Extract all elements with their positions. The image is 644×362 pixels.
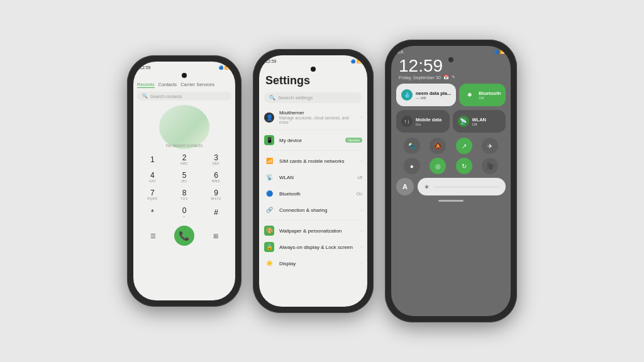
key-hash[interactable]: #	[201, 204, 231, 221]
user-avatar[interactable]: A	[396, 178, 414, 195]
home-indicator[interactable]	[438, 200, 464, 202]
divider	[264, 220, 362, 221]
mydevice-icon: 📱	[264, 135, 274, 145]
bt-icon-s: 🔵	[351, 59, 355, 63]
settings-item-connection[interactable]: 🔗 Connection & sharing ›	[259, 202, 367, 218]
key-8[interactable]: 8 TUV	[169, 187, 200, 203]
settings-item-mydevice[interactable]: 📱 My device Update	[259, 132, 367, 148]
rotate-icon[interactable]: ↻	[456, 158, 472, 174]
chevron-icon: ›	[360, 228, 362, 234]
wlan-tile[interactable]: 📡 WLAN Off	[453, 110, 506, 133]
flower-background	[159, 105, 209, 149]
small-icons-row2: ● ◎ ↻ 🎥	[391, 155, 511, 175]
status-time-settings: 12:59	[265, 59, 277, 63]
bluetooth-tile-text: Bluetooth Off	[479, 90, 501, 100]
bluetooth-value: On	[357, 192, 362, 196]
dialpad-icon[interactable]: ⊞	[210, 230, 221, 241]
camera-icon[interactable]: 🎥	[482, 158, 498, 174]
settings-search-bar[interactable]: 🔍 Search settings	[264, 92, 362, 103]
chevron-icon: ›	[360, 158, 362, 164]
punch-hole-settings	[311, 67, 316, 72]
no-contacts-label: No recent contacts	[133, 143, 235, 148]
phone-control-center: EA 🔵 📶 12:59 Friday, September 30 📅 ✎ 💧 …	[385, 40, 517, 322]
mute-icon[interactable]: 🔕	[430, 138, 446, 154]
dialer-tabs: Recents Contacts Carrier Services	[133, 80, 235, 89]
chevron-icon: ›	[360, 261, 362, 266]
settings-item-miuithemer[interactable]: 👤 Miuithemer Manage accounts, cloud serv…	[259, 107, 367, 128]
lockscreen-text: Always-on display & Lock screen	[279, 244, 355, 250]
search-placeholder-settings: Search settings	[278, 95, 313, 101]
status-bar-dialer: 12:59 🔵 📶	[133, 62, 235, 72]
lockscreen-icon: 🔒	[264, 242, 274, 252]
empty-contacts-area: No recent contacts	[133, 103, 235, 150]
bt-icon-cc: 🔵	[494, 50, 499, 54]
phone-settings: 12:59 🔵 📶 Settings 🔍 Search settings 👤 M…	[253, 49, 374, 313]
brightness-bar[interactable]	[433, 186, 499, 188]
cc-date-display: Friday, September 30 📅 ✎	[391, 75, 511, 80]
mobiledata-tile[interactable]: ↑↓ Mobile data On	[396, 110, 450, 133]
punch-hole-cc	[448, 57, 453, 62]
key-4[interactable]: 4 GHI	[137, 169, 168, 185]
quick-tiles-row2: ↑↓ Mobile data On 📡 WLAN Off	[391, 110, 511, 136]
key-1[interactable]: 1	[137, 151, 168, 168]
settings-item-sim[interactable]: 📶 SIM cards & mobile networks ›	[259, 153, 367, 169]
tab-recents[interactable]: Recents	[137, 82, 155, 88]
settings-item-bluetooth[interactable]: 🔵 Bluetooth On	[259, 185, 367, 202]
brightness-slider[interactable]: ☀	[418, 178, 506, 195]
divider	[264, 129, 362, 130]
quick-tiles-row1: 💧 neem data pla... — MB ✱ Bluetooth Off	[391, 80, 511, 110]
settings-item-wlan[interactable]: 📡 WLAN off	[259, 169, 367, 185]
key-9[interactable]: 9 WXYZ	[201, 187, 231, 203]
call-button[interactable]: 📞	[174, 226, 194, 246]
phone-dialer: 12:59 🔵 📶 Recents Contacts Carrier Servi…	[127, 55, 242, 307]
mobile-data-icon: 💧	[401, 89, 413, 101]
signal-icon-cc: 📶	[500, 50, 504, 54]
key-6[interactable]: 6 MNO	[201, 169, 231, 185]
settings-item-lockscreen[interactable]: 🔒 Always-on display & Lock screen ›	[259, 239, 367, 255]
screen-mirror-icon[interactable]: ↗	[456, 138, 472, 154]
miuithemer-icon: 👤	[264, 112, 274, 123]
search-icon: 🔍	[142, 94, 148, 99]
key-2[interactable]: 2 ABC	[169, 151, 200, 168]
signal-icon-s: 📶	[357, 59, 361, 63]
mobiledata-icon: ↑↓	[401, 116, 413, 127]
mobile-data-tile[interactable]: 💧 neem data pla... — MB	[396, 84, 456, 106]
tab-carrier[interactable]: Carrier Services	[180, 82, 214, 88]
privacy-icon[interactable]: ●	[404, 158, 420, 174]
status-bar-cc: EA 🔵 📶	[391, 46, 511, 56]
settings-item-display[interactable]: ☀️ Display ›	[259, 255, 367, 272]
status-left-cc: EA	[397, 50, 403, 54]
connection-text: Connection & sharing	[279, 207, 355, 213]
chevron-icon: ›	[360, 207, 362, 213]
contacts-search[interactable]: 🔍 Search contacts	[137, 92, 231, 101]
wlan-icon: 📡	[264, 172, 274, 182]
update-badge: Update	[345, 138, 362, 143]
edit-icon: ✎	[452, 75, 455, 80]
location-icon[interactable]: ◎	[430, 158, 446, 174]
wlan-tile-icon: 📡	[458, 116, 469, 127]
bluetooth-text: Bluetooth	[279, 191, 352, 197]
brightness-icon: ☀	[424, 184, 430, 190]
display-icon: ☀️	[264, 258, 274, 268]
key-3[interactable]: 3 DEF	[201, 151, 231, 168]
sim-icon: 📶	[264, 156, 274, 166]
airplane-icon[interactable]: ✈	[482, 138, 498, 154]
mobiledata-text: Mobile data On	[416, 117, 445, 126]
key-5[interactable]: 5 JKL	[169, 169, 200, 185]
key-star[interactable]: *	[137, 204, 168, 221]
tab-contacts[interactable]: Contacts	[158, 82, 177, 88]
key-7[interactable]: 7 PQRS	[137, 187, 168, 203]
flashlight-icon[interactable]: 🔦	[404, 138, 420, 154]
chevron-icon: ›	[360, 114, 362, 120]
status-icons-cc: 🔵 📶	[494, 50, 504, 54]
dialer-bottom-bar: ☰ 📞 ⊞	[133, 222, 235, 248]
bluetooth-tile[interactable]: ✱ Bluetooth Off	[459, 84, 506, 106]
search-placeholder: Search contacts	[150, 94, 182, 99]
key-0[interactable]: 0 +	[169, 204, 200, 221]
keypad: 1 2 ABC 3 DEF 4 GHI 5 JKL	[133, 150, 235, 222]
settings-item-wallpaper[interactable]: 🎨 Wallpaper & personalization ›	[259, 222, 367, 239]
punch-hole	[182, 73, 187, 78]
menu-icon[interactable]: ☰	[147, 230, 158, 241]
status-time: 12:59	[140, 65, 151, 70]
status-icons-settings: 🔵 📶	[351, 59, 361, 63]
